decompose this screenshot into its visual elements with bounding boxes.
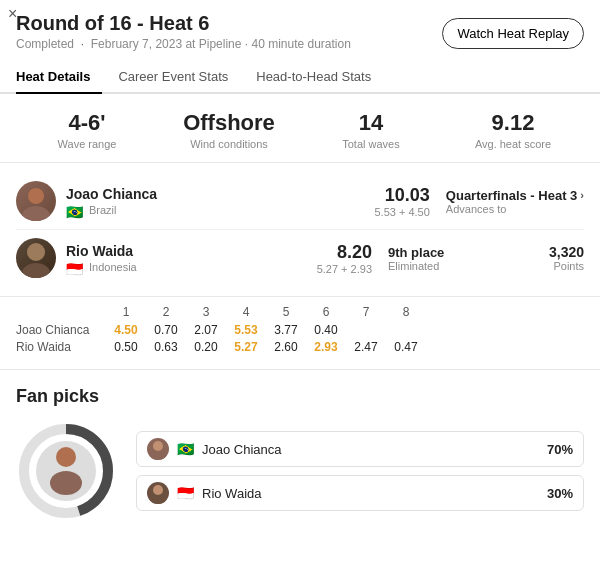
- sub-score-rio: 5.27 + 2.93: [317, 263, 372, 275]
- wave-data-row: Joao Chianca4.500.702.075.533.770.40: [16, 323, 584, 337]
- svg-point-10: [50, 471, 82, 495]
- waves-table: 12345678 Joao Chianca4.500.702.075.533.7…: [0, 297, 600, 370]
- sub-score-joao: 5.53 + 4.50: [374, 206, 429, 218]
- svg-point-11: [153, 441, 163, 451]
- total-waves-label: Total waves: [300, 138, 442, 150]
- wave-range-label: Wave range: [16, 138, 158, 150]
- wave-score-cell: 0.50: [106, 340, 146, 354]
- wave-score-cell: 4.50: [106, 323, 146, 337]
- total-waves-value: 14: [300, 110, 442, 136]
- svg-point-1: [22, 206, 50, 221]
- country-joao: Brazil: [89, 204, 117, 216]
- wave-score-cell: 0.63: [146, 340, 186, 354]
- wave-score-cell: 0.47: [386, 340, 426, 354]
- svg-point-14: [149, 495, 167, 504]
- stats-bar: 4-6' Wave range Offshore Wind conditions…: [0, 94, 600, 163]
- country-rio: Indonesia: [89, 261, 137, 273]
- close-button[interactable]: ×: [8, 6, 17, 22]
- athlete-name-joao: Joao Chianca: [66, 186, 374, 202]
- main-score-rio: 8.20: [317, 242, 372, 263]
- result-subtitle-joao: Advances to: [446, 203, 584, 215]
- wave-range-stat: 4-6' Wave range: [16, 110, 158, 150]
- athlete-name-rio: Rio Waida: [66, 243, 317, 259]
- score-section-joao: 10.03 5.53 + 4.50 Quarterfinals - Heat 3…: [374, 185, 584, 218]
- wind-label: Wind conditions: [158, 138, 300, 150]
- athlete-row-joao: Joao Chianca 🇧🇷 Brazil 10.03 5.53 + 4.50…: [16, 173, 584, 230]
- points-block-rio: 3,320 Points: [534, 244, 584, 272]
- wave-header-col: 7: [346, 305, 386, 319]
- wave-header-col: 1: [106, 305, 146, 319]
- tab-heat-details[interactable]: Heat Details: [16, 61, 102, 94]
- svg-point-3: [27, 243, 45, 261]
- svg-point-0: [28, 188, 44, 204]
- fan-pct: 30%: [547, 486, 573, 501]
- result-block-rio: 9th place Eliminated: [388, 245, 518, 272]
- tabs-bar: Heat Details Career Event Stats Head-to-…: [0, 61, 600, 94]
- wave-score-cell: 2.47: [346, 340, 386, 354]
- wave-athlete-name: Rio Waida: [16, 340, 106, 354]
- watch-replay-button[interactable]: Watch Heat Replay: [442, 18, 584, 49]
- flag-rio: 🇮🇩: [66, 261, 84, 273]
- avg-score-label: Avg. heat score: [442, 138, 584, 150]
- wave-score-cell: 3.77: [266, 323, 306, 337]
- fan-flag: 🇧🇷: [177, 441, 194, 457]
- wave-header-col: 3: [186, 305, 226, 319]
- event-date-location: February 7, 2023 at Pipeline · 40 minute…: [91, 37, 351, 51]
- donut-chart: [16, 421, 116, 521]
- wave-score-cell: 5.53: [226, 323, 266, 337]
- wave-score-cell: 0.40: [306, 323, 346, 337]
- fan-name: Joao Chianca: [202, 442, 539, 457]
- tab-head-to-head[interactable]: Head-to-Head Stats: [256, 61, 383, 94]
- wave-range-value: 4-6': [16, 110, 158, 136]
- avg-score-value: 9.12: [442, 110, 584, 136]
- wave-header-col: 2: [146, 305, 186, 319]
- fan-pct: 70%: [547, 442, 573, 457]
- athletes-section: Joao Chianca 🇧🇷 Brazil 10.03 5.53 + 4.50…: [0, 163, 600, 297]
- points-value-rio: 3,320: [534, 244, 584, 260]
- country-row-joao: 🇧🇷 Brazil: [66, 204, 374, 216]
- wave-score-cell: 2.60: [266, 340, 306, 354]
- result-title-joao[interactable]: Quarterfinals - Heat 3 ›: [446, 188, 584, 203]
- wave-header-col: 5: [266, 305, 306, 319]
- wave-data-row: Rio Waida0.500.630.205.272.602.932.470.4…: [16, 340, 584, 354]
- fan-picks-title: Fan picks: [16, 386, 584, 407]
- result-subtitle-rio: Eliminated: [388, 260, 518, 272]
- wind-stat: Offshore Wind conditions: [158, 110, 300, 150]
- avatar-rio: [16, 238, 56, 278]
- flag-joao: 🇧🇷: [66, 204, 84, 216]
- fan-flag: 🇮🇩: [177, 485, 194, 501]
- wave-score-cell: 5.27: [226, 340, 266, 354]
- main-score-joao: 10.03: [374, 185, 429, 206]
- svg-point-4: [22, 263, 50, 278]
- athlete-row-rio: Rio Waida 🇮🇩 Indonesia 8.20 5.27 + 2.93 …: [16, 230, 584, 286]
- wave-header-col: 4: [226, 305, 266, 319]
- tab-career-event-stats[interactable]: Career Event Stats: [118, 61, 240, 94]
- score-section-rio: 8.20 5.27 + 2.93 9th place Eliminated 3,…: [317, 242, 584, 275]
- score-block-joao: 10.03 5.53 + 4.50: [374, 185, 429, 218]
- fan-avatar: [147, 438, 169, 460]
- wave-score-cell: 2.07: [186, 323, 226, 337]
- svg-point-12: [149, 451, 167, 460]
- fan-avatar: [147, 482, 169, 504]
- fan-picks-content: 🇧🇷 Joao Chianca 70% 🇮🇩 Rio Waida 30%: [16, 421, 584, 521]
- country-row-rio: 🇮🇩 Indonesia: [66, 261, 317, 273]
- athlete-info-joao: Joao Chianca 🇧🇷 Brazil: [66, 186, 374, 216]
- wave-score-cell: 0.20: [186, 340, 226, 354]
- wind-value: Offshore: [158, 110, 300, 136]
- fan-picks-section: Fan picks 🇧🇷 Joa: [0, 370, 600, 533]
- chevron-icon: ›: [580, 189, 584, 201]
- points-label-rio: Points: [534, 260, 584, 272]
- fan-pick-row: 🇧🇷 Joao Chianca 70%: [136, 431, 584, 467]
- event-status: Completed: [16, 37, 74, 51]
- svg-point-13: [153, 485, 163, 495]
- result-title-rio: 9th place: [388, 245, 518, 260]
- wave-header-col: 8: [386, 305, 426, 319]
- wave-athlete-name: Joao Chianca: [16, 323, 106, 337]
- avatar-joao: [16, 181, 56, 221]
- fan-pick-row: 🇮🇩 Rio Waida 30%: [136, 475, 584, 511]
- total-waves-stat: 14 Total waves: [300, 110, 442, 150]
- result-block-joao[interactable]: Quarterfinals - Heat 3 › Advances to: [446, 188, 584, 215]
- wave-score-cell: 0.70: [146, 323, 186, 337]
- avg-score-stat: 9.12 Avg. heat score: [442, 110, 584, 150]
- svg-point-9: [56, 447, 76, 467]
